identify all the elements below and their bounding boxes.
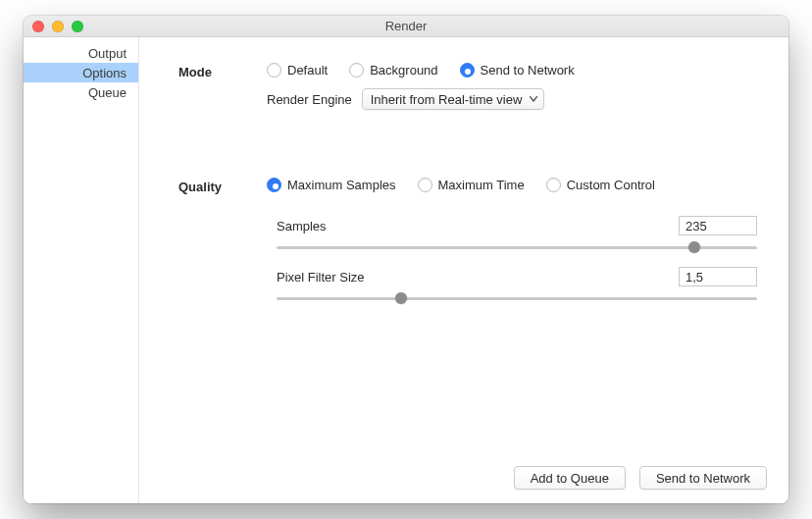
quality-radio-max-time[interactable]: Maximum Time [418,178,525,192]
slider-rail [277,297,757,300]
radio-dot-icon [546,178,561,192]
slider-rail [277,246,757,249]
render-engine-dropdown[interactable]: Inherit from Real-time view [362,88,545,110]
radio-label: Send to Network [481,63,575,78]
chevron-down-icon [530,96,537,102]
sidebar-item-options[interactable]: Options [24,63,138,82]
pixel-filter-label: Pixel Filter Size [277,270,365,285]
render-window: Render Output Options Queue Mode Default [24,16,788,503]
samples-label: Samples [277,219,327,234]
mode-radio-default[interactable]: Default [267,63,328,78]
mode-radio-group: Default Background Send to Network [267,63,575,78]
add-to-queue-button[interactable]: Add to Queue [514,466,626,490]
send-to-network-button[interactable]: Send to Network [639,466,767,490]
radio-label: Custom Control [567,178,655,192]
traffic-lights [32,21,83,32]
slider-thumb[interactable] [395,292,407,304]
radio-label: Default [287,63,328,78]
samples-block: Samples 235 [277,216,757,253]
samples-slider[interactable] [277,241,757,253]
titlebar: Render [24,16,788,37]
radio-label: Background [370,63,437,78]
radio-dot-icon [418,178,432,192]
quality-radio-group: Maximum Samples Maximum Time Custom Cont… [267,178,655,192]
mode-radio-background[interactable]: Background [349,63,437,78]
content-pane: Mode Default Background Send to Network … [139,37,788,503]
button-label: Add to Queue [531,471,609,486]
radio-label: Maximum Time [438,178,525,192]
field-value: 235 [685,219,707,234]
sidebar-item-label: Queue [88,85,127,100]
sidebar-item-queue[interactable]: Queue [24,82,138,102]
radio-dot-icon [349,63,364,78]
samples-value-field[interactable]: 235 [679,216,757,235]
radio-dot-icon [267,63,281,78]
sidebar-item-label: Options [82,66,127,80]
sidebar-item-label: Output [88,46,127,61]
quality-radio-max-samples[interactable]: Maximum Samples [267,178,396,192]
render-engine-label: Render Engine [267,92,352,107]
pixel-filter-block: Pixel Filter Size 1,5 [277,267,757,304]
field-value: 1,5 [685,270,703,285]
quality-radio-custom-control[interactable]: Custom Control [546,178,655,192]
pixel-filter-value-field[interactable]: 1,5 [679,267,757,286]
section-label-mode: Mode [178,65,212,79]
window-minimize-button[interactable] [52,21,64,32]
mode-radio-send-to-network[interactable]: Send to Network [460,63,575,78]
sidebar-item-output[interactable]: Output [24,43,138,63]
samples-head: Samples 235 [277,216,757,235]
footer-buttons: Add to Queue Send to Network [514,466,767,490]
window-title: Render [385,19,428,33]
slider-thumb[interactable] [688,241,700,253]
section-label-quality: Quality [178,180,222,194]
window-close-button[interactable] [32,21,44,32]
pixel-filter-slider[interactable] [277,292,757,304]
radio-dot-icon [267,178,281,192]
radio-dot-icon [460,63,475,78]
dropdown-value: Inherit from Real-time view [371,92,523,107]
pixel-filter-head: Pixel Filter Size 1,5 [277,267,757,286]
button-label: Send to Network [656,471,750,486]
radio-label: Maximum Samples [287,178,396,192]
window-zoom-button[interactable] [72,21,83,32]
sidebar: Output Options Queue [24,37,139,503]
window-body: Output Options Queue Mode Default Backgr… [24,37,788,503]
render-engine-row: Render Engine Inherit from Real-time vie… [267,88,544,110]
